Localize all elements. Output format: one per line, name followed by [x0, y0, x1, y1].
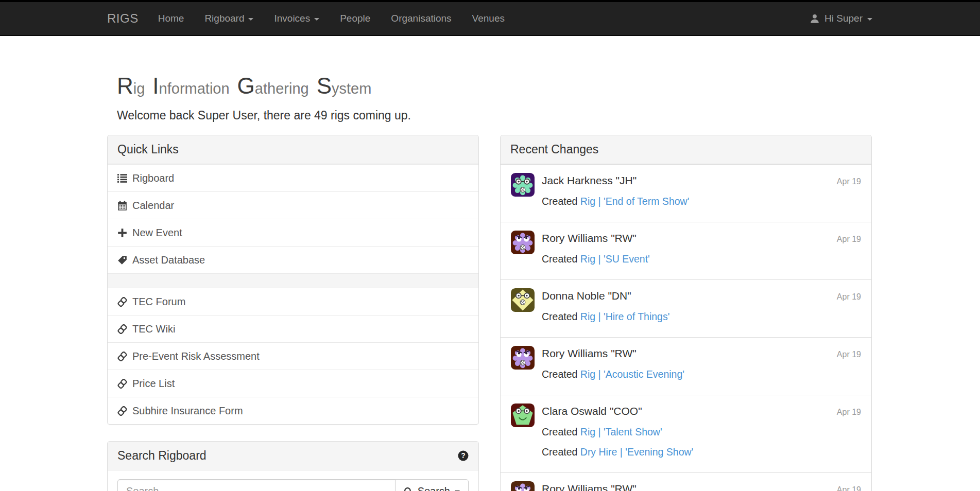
brand-logo[interactable]: RIGS: [107, 11, 139, 26]
quick-link-label: New Event: [132, 226, 182, 239]
entry-date: Apr 19: [837, 177, 861, 186]
action-verb: Created: [542, 369, 577, 380]
entry-header: Jack Harkness "JH" Apr 19: [542, 174, 861, 187]
navbar-menu: Home Rigboard Invoices People Organisati…: [148, 2, 515, 35]
right-column: Recent Changes Jack Harkness "JH" Apr 19: [500, 135, 872, 491]
entry-date: Apr 19: [837, 485, 861, 491]
page-title: RigInformationGatheringSystem: [117, 74, 872, 98]
quick-link-item[interactable]: Price List: [108, 370, 478, 397]
page-content: RigInformationGatheringSystem Welcome ba…: [107, 74, 872, 491]
entry-user-name: Rory Williams "RW": [542, 347, 637, 360]
user-avatar: [511, 346, 535, 370]
quick-links-list: Rigboard Calendar New Event Asset Databa…: [108, 164, 478, 424]
link-icon: [117, 324, 127, 334]
title-word-initial: I: [152, 73, 159, 98]
navbar-item-label: Invoices: [274, 13, 310, 24]
navbar-item[interactable]: Rigboard: [194, 2, 264, 35]
quick-link-item[interactable]: Asset Database: [108, 246, 478, 273]
navbar-item[interactable]: Organisations: [381, 2, 461, 35]
quick-link-item: [108, 273, 478, 288]
entry-header: Rory Williams "RW" Apr 19: [542, 347, 861, 360]
caret-down-icon: [314, 18, 319, 21]
search-icon: [404, 487, 413, 491]
quick-link-item[interactable]: Subhire Insurance Form: [108, 397, 478, 424]
title-word: Gathering: [237, 79, 309, 97]
entry-action: Created Rig | 'Hire of Things': [542, 311, 861, 323]
action-link[interactable]: Rig | 'Acoustic Evening': [580, 369, 684, 380]
quick-link-label: Price List: [132, 377, 175, 390]
action-verb: Created: [542, 253, 577, 265]
entry-header: Clara Oswald "COO" Apr 19: [542, 405, 861, 418]
action-verb: Created: [542, 426, 577, 437]
caret-down-icon: [248, 18, 253, 21]
recent-change-entry: Jack Harkness "JH" Apr 19 Created Rig | …: [501, 164, 871, 222]
search-input[interactable]: [117, 479, 396, 491]
entry-user-name: Donna Noble "DN": [542, 289, 631, 303]
recent-change-entry: Rory Williams "RW" Apr 19 Created Rig | …: [501, 222, 871, 279]
recent-changes-title: Recent Changes: [510, 143, 598, 156]
recent-change-entry: Rory Williams "RW" Apr 19: [501, 472, 871, 491]
title-word: System: [317, 79, 372, 97]
entry-actions: Created Rig | 'Acoustic Evening': [542, 369, 861, 380]
entry-user-name: Clara Oswald "COO": [542, 405, 642, 418]
quick-link-item[interactable]: Pre-Event Risk Assessment: [108, 342, 478, 370]
user-icon: [810, 13, 820, 24]
svg-text:?: ?: [461, 452, 465, 460]
action-link[interactable]: Rig | 'SU Event': [580, 253, 650, 265]
tag-icon: [117, 255, 127, 265]
action-link[interactable]: Dry Hire | 'Evening Show': [580, 446, 694, 458]
entry-header: Rory Williams "RW" Apr 19: [542, 232, 861, 245]
user-avatar: [511, 404, 535, 427]
entry-body: Donna Noble "DN" Apr 19 Created Rig | 'H…: [542, 288, 861, 323]
quick-links-title: Quick Links: [117, 143, 179, 156]
quick-link-label: Pre-Event Risk Assessment: [132, 350, 260, 362]
action-link[interactable]: Rig | 'End of Term Show': [580, 196, 690, 207]
entry-action: Created Rig | 'End of Term Show': [542, 196, 861, 207]
quick-link-item[interactable]: Calendar: [108, 191, 478, 219]
user-avatar: [511, 173, 535, 197]
title-word-rest: ystem: [332, 80, 371, 97]
navbar-item[interactable]: People: [330, 2, 381, 35]
quick-link-item[interactable]: TEC Forum: [108, 288, 478, 315]
rigboard-search-group: Search: [117, 479, 469, 491]
question-circle-icon[interactable]: ?: [458, 450, 469, 461]
recent-changes-panel: Recent Changes Jack Harkness "JH" Apr 19: [500, 135, 872, 491]
title-word-initial: S: [317, 73, 332, 98]
search-rigboard-panel: Search Rigboard ? Search: [107, 441, 479, 491]
entry-action: Created Rig | 'SU Event': [542, 253, 861, 265]
navbar-item[interactable]: Venues: [462, 2, 515, 35]
search-panel-body: Search: [108, 470, 478, 491]
navbar-item-label: Home: [158, 13, 184, 24]
action-link[interactable]: Rig | 'Hire of Things': [580, 311, 670, 322]
entry-header: Donna Noble "DN" Apr 19: [542, 289, 861, 303]
left-column: Quick Links Rigboard Calendar New Event: [107, 135, 479, 491]
quick-link-label: Asset Database: [132, 254, 205, 266]
link-icon: [117, 352, 127, 361]
navbar-item-label: Rigboard: [204, 13, 244, 24]
recent-changes-list: Jack Harkness "JH" Apr 19 Created Rig | …: [501, 164, 871, 491]
entry-user-name: Rory Williams "RW": [542, 232, 637, 245]
entry-actions: Created Rig | 'Hire of Things': [542, 311, 861, 323]
welcome-message: Welcome back Super User, there are 49 ri…: [117, 109, 872, 122]
entry-body: Rory Williams "RW" Apr 19: [542, 481, 861, 491]
navbar-item-label: People: [340, 13, 370, 24]
search-button[interactable]: Search: [395, 479, 469, 491]
recent-change-entry: Donna Noble "DN" Apr 19 Created Rig | 'H…: [501, 279, 871, 337]
navbar-item-label: Organisations: [391, 13, 451, 24]
search-panel-title: Search Rigboard: [117, 449, 207, 463]
quick-link-item[interactable]: Rigboard: [108, 164, 478, 191]
user-menu[interactable]: Hi Super: [810, 13, 872, 24]
entry-action: Created Dry Hire | 'Evening Show': [542, 446, 861, 458]
action-link[interactable]: Rig | 'Talent Show': [580, 426, 662, 437]
caret-down-icon: [867, 18, 872, 21]
navbar: RIGS Home Rigboard Invoices People Organ…: [0, 2, 980, 36]
entry-body: Rory Williams "RW" Apr 19 Created Rig | …: [542, 346, 861, 380]
list-icon: [117, 173, 127, 183]
navbar-item[interactable]: Home: [148, 2, 195, 35]
quick-link-item[interactable]: TEC Wiki: [108, 315, 478, 342]
entry-date: Apr 19: [837, 235, 861, 244]
quick-link-label: Subhire Insurance Form: [132, 405, 243, 417]
navbar-item[interactable]: Invoices: [264, 2, 330, 35]
quick-link-item[interactable]: New Event: [108, 219, 478, 246]
user-avatar: [511, 231, 535, 254]
